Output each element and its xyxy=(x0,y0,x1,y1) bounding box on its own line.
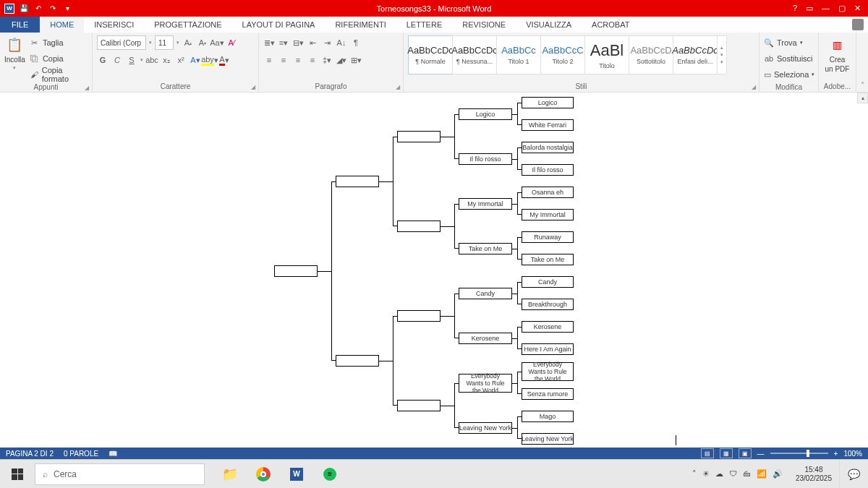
tab-view[interactable]: VISUALIZZA xyxy=(516,17,582,33)
tab-file[interactable]: FILE xyxy=(0,17,40,33)
bracket-node[interactable]: Kerosene xyxy=(522,321,574,333)
bracket-node[interactable]: Il filo rosso xyxy=(522,164,574,176)
bracket-node[interactable] xyxy=(397,221,441,232)
style-titolo[interactable]: AaBlTitolo xyxy=(584,35,629,74)
bracket-node[interactable]: Candy xyxy=(459,288,512,299)
tab-mailings[interactable]: LETTERE xyxy=(396,17,453,33)
bracket-node[interactable]: My Immortal xyxy=(522,209,574,221)
taskbar-search[interactable]: ⌕Cerca xyxy=(35,463,205,485)
highlight-button[interactable]: aby▾ xyxy=(204,53,216,67)
paste-button[interactable]: 📋 Incolla ▾ xyxy=(4,35,25,82)
zoom-thumb[interactable] xyxy=(807,450,809,457)
bracket-node[interactable]: Kerosene xyxy=(459,333,512,344)
show-marks-button[interactable]: ¶ xyxy=(350,36,362,49)
bracket-node[interactable]: Everybody Wants to Rule the World xyxy=(459,374,512,393)
document-area[interactable]: ▴ LogicoWhite FerrariBalorda nostalgiaIl… xyxy=(0,93,868,448)
subscript-button[interactable]: x₂ xyxy=(161,53,172,67)
view-print-button[interactable]: ▦ xyxy=(720,448,733,458)
find-button[interactable]: 🔍Trova ▾ xyxy=(764,35,814,50)
tray-language-icon[interactable]: 🖮 xyxy=(743,469,751,479)
format-painter-button[interactable]: 🖌Copia formato xyxy=(30,67,88,82)
bold-button[interactable]: G xyxy=(97,53,109,67)
bracket-node[interactable]: Take on Me xyxy=(522,254,574,265)
minimize-icon[interactable]: ― xyxy=(822,4,830,13)
bracket-node[interactable]: Il filo rosso xyxy=(459,153,512,165)
tray-onedrive-icon[interactable]: ☁ xyxy=(715,469,723,479)
collapse-ribbon-icon[interactable]: ˄ xyxy=(856,33,868,92)
close-icon[interactable]: ✕ xyxy=(854,4,861,13)
style-enfasi[interactable]: AaBbCcDcEnfasi deli... xyxy=(673,35,718,74)
status-words[interactable]: 0 PAROLE xyxy=(64,450,98,458)
status-page[interactable]: PAGINA 2 DI 2 xyxy=(6,450,54,458)
tab-acrobat[interactable]: ACROBAT xyxy=(582,17,639,33)
style-gallery[interactable]: AaBbCcDc¶ Normale AaBbCcDc¶ Nessuna... A… xyxy=(408,35,754,74)
clear-format-button[interactable]: A⁄ xyxy=(226,36,237,49)
italic-button[interactable]: C xyxy=(111,53,123,67)
bracket-node[interactable] xyxy=(274,265,318,277)
style-nessuna[interactable]: AaBbCcDc¶ Nessuna... xyxy=(452,35,497,74)
gallery-more-button[interactable]: ▴▾▾ xyxy=(717,35,727,74)
tab-home[interactable]: HOME xyxy=(40,17,84,33)
shrink-font-button[interactable]: A▾ xyxy=(197,36,208,49)
select-button[interactable]: ▭Seleziona ▾ xyxy=(764,67,814,82)
task-spotify[interactable]: ≡ xyxy=(313,460,346,489)
bracket-node[interactable] xyxy=(336,176,379,187)
strike-button[interactable]: abc xyxy=(146,53,158,67)
bracket-node[interactable]: Senza rumore xyxy=(522,388,574,400)
line-spacing-button[interactable]: ‡▾ xyxy=(321,53,333,67)
user-avatar[interactable] xyxy=(852,19,864,30)
superscript-button[interactable]: x² xyxy=(175,53,187,67)
font-color-button[interactable]: A▾ xyxy=(218,53,230,67)
align-right-button[interactable]: ≡ xyxy=(292,53,304,67)
bracket-node[interactable]: Take on Me xyxy=(459,243,512,254)
bullets-button[interactable]: ≣▾ xyxy=(263,36,275,49)
bracket-node[interactable]: Osanna eh xyxy=(522,187,574,198)
tray-weather-icon[interactable]: ☀ xyxy=(702,469,710,479)
bracket-node[interactable] xyxy=(397,131,441,142)
increase-indent-button[interactable]: ⇥ xyxy=(321,36,333,49)
tab-design[interactable]: PROGETTAZIONE xyxy=(144,17,231,33)
save-icon[interactable]: 💾 xyxy=(19,4,29,14)
dialog-launcher-icon[interactable]: ◢ xyxy=(251,84,255,90)
style-sottotitolo[interactable]: AaBbCcDSottotitolo xyxy=(629,35,673,74)
align-center-button[interactable]: ≡ xyxy=(278,53,289,67)
task-chrome[interactable] xyxy=(247,460,280,489)
multilevel-button[interactable]: ⊟▾ xyxy=(292,36,304,49)
bracket-node[interactable]: White Ferrari xyxy=(522,119,574,131)
maximize-icon[interactable]: ▢ xyxy=(838,4,846,13)
zoom-out-button[interactable]: ― xyxy=(757,450,765,458)
task-explorer[interactable]: 📁 xyxy=(213,460,247,489)
bracket-node[interactable] xyxy=(397,310,441,322)
grow-font-button[interactable]: A▴ xyxy=(182,36,194,49)
sort-button[interactable]: A↓ xyxy=(336,36,347,49)
bracket-node[interactable]: My Immortal xyxy=(459,198,512,210)
view-web-button[interactable]: ▣ xyxy=(739,448,752,458)
style-titolo1[interactable]: AaBbCcTitolo 1 xyxy=(496,35,541,74)
task-word[interactable]: W xyxy=(280,460,313,489)
undo-icon[interactable]: ↶ xyxy=(33,4,43,14)
clock[interactable]: 15:48 23/02/2025 xyxy=(788,466,839,483)
bracket-node[interactable]: Leaving New York xyxy=(522,433,574,445)
dialog-launcher-icon[interactable]: ◢ xyxy=(85,85,89,91)
help-icon[interactable]: ? xyxy=(793,4,797,13)
bracket-node[interactable]: Balorda nostalgia xyxy=(522,142,574,153)
redo-icon[interactable]: ↷ xyxy=(48,4,58,14)
dialog-launcher-icon[interactable]: ◢ xyxy=(752,84,756,90)
bracket-node[interactable]: Breakthrough xyxy=(522,299,574,310)
tab-references[interactable]: RIFERIMENTI xyxy=(325,17,396,33)
bracket-node[interactable]: Mago xyxy=(522,411,574,422)
style-titolo2[interactable]: AaBbCcCTitolo 2 xyxy=(540,35,585,74)
create-pdf-button[interactable]: ▥ Crea un PDF xyxy=(823,35,851,73)
bracket-node[interactable]: Leaving New York xyxy=(459,422,512,434)
zoom-level[interactable]: 100% xyxy=(843,450,862,458)
tab-layout[interactable]: LAYOUT DI PAGINA xyxy=(232,17,326,33)
bracket-node[interactable]: Runaway xyxy=(522,231,574,243)
bracket-node[interactable]: Logico xyxy=(459,108,512,120)
style-normale[interactable]: AaBbCcDc¶ Normale xyxy=(408,35,453,74)
bracket-node[interactable]: Logico xyxy=(522,97,574,108)
tray-volume-icon[interactable]: 🔊 xyxy=(773,469,783,479)
font-size-input[interactable]: 11 xyxy=(155,35,174,50)
status-proofing-icon[interactable]: 📖 xyxy=(109,450,117,458)
dialog-launcher-icon[interactable]: ◢ xyxy=(396,84,400,90)
tab-review[interactable]: REVISIONE xyxy=(452,17,516,33)
